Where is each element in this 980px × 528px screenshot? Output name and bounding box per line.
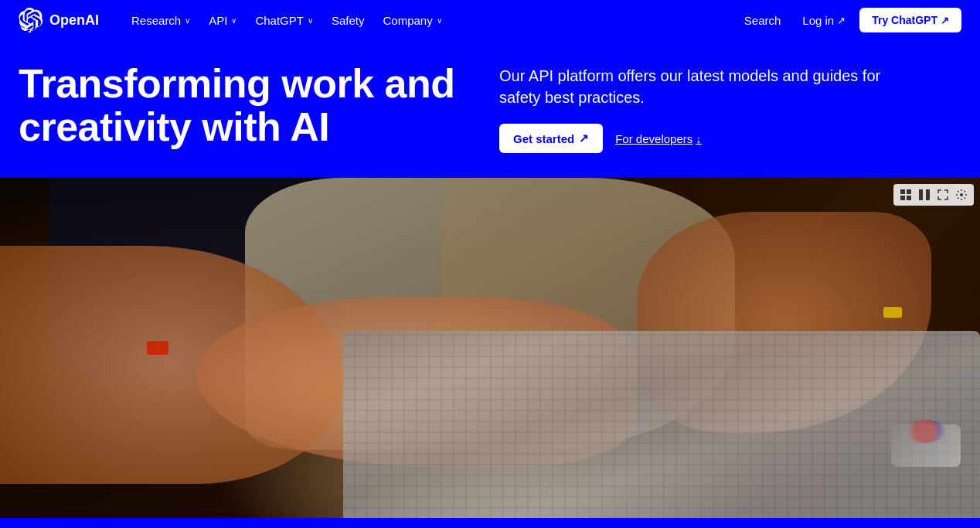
hero-heading-block: Transforming work and creativity with AI <box>19 62 481 148</box>
hero-photo <box>0 178 980 518</box>
grid-view-icon[interactable] <box>898 187 914 203</box>
hero-buttons: Get started ↗ For developers ↓ <box>499 124 961 153</box>
login-link[interactable]: Log in ↗ <box>795 9 853 32</box>
nav-api[interactable]: API ∨ <box>201 9 244 32</box>
watch-red <box>147 341 168 355</box>
hero-section: Transforming work and creativity with AI… <box>0 40 980 178</box>
svg-rect-0 <box>900 189 905 194</box>
nav-safety[interactable]: Safety <box>324 9 373 32</box>
columns-view-icon[interactable] <box>917 187 932 203</box>
nav-research[interactable]: Research ∨ <box>124 9 198 32</box>
hero-description: Our API platform offers our latest model… <box>499 65 901 108</box>
research-chevron-icon: ∨ <box>185 16 190 25</box>
for-developers-button[interactable]: For developers ↓ <box>615 132 702 145</box>
for-devs-arrow-icon: ↓ <box>696 132 702 145</box>
logo[interactable]: OpenAI <box>19 8 99 32</box>
svg-rect-4 <box>919 189 923 200</box>
svg-rect-5 <box>926 189 930 200</box>
company-chevron-icon: ∨ <box>437 16 442 25</box>
nav-right: Search Log in ↗ Try ChatGPT ↗ <box>737 8 961 32</box>
api-chevron-icon: ∨ <box>231 16 236 25</box>
svg-point-6 <box>960 193 963 196</box>
image-controls <box>893 184 974 206</box>
try-chatgpt-button[interactable]: Try ChatGPT ↗ <box>859 8 961 32</box>
settings-icon[interactable] <box>954 187 969 203</box>
svg-rect-1 <box>907 189 911 194</box>
search-link[interactable]: Search <box>737 9 789 32</box>
try-arrow-icon: ↗ <box>941 15 949 26</box>
nav-links: Research ∨ API ∨ ChatGPT ∨ Safety Compan… <box>124 9 737 32</box>
hero-cta-block: Our API platform offers our latest model… <box>499 62 961 153</box>
expand-icon[interactable] <box>935 187 951 203</box>
hero-heading: Transforming work and creativity with AI <box>19 62 481 148</box>
logo-text: OpenAI <box>49 12 99 29</box>
svg-rect-2 <box>900 196 905 200</box>
get-started-arrow-icon: ↗ <box>579 131 589 145</box>
nav-chatgpt[interactable]: ChatGPT ∨ <box>247 9 321 32</box>
chatgpt-chevron-icon: ∨ <box>308 16 313 25</box>
nav-company[interactable]: Company ∨ <box>375 9 449 32</box>
login-arrow-icon: ↗ <box>837 15 846 26</box>
hero-image-wrapper <box>0 178 980 518</box>
get-started-button[interactable]: Get started ↗ <box>499 124 603 153</box>
watch-yellow <box>883 307 902 318</box>
navbar: OpenAI Research ∨ API ∨ ChatGPT ∨ Safety… <box>0 0 980 40</box>
svg-rect-3 <box>907 196 911 200</box>
